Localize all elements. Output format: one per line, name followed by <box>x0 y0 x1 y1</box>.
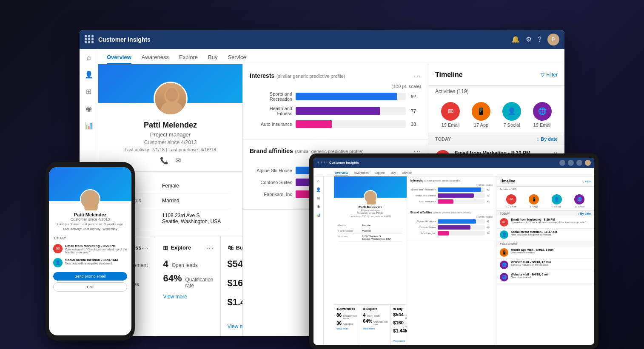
tablet-int-bar-1-track <box>438 187 485 192</box>
tablet-sidebar-circle[interactable]: ◉ <box>317 204 320 209</box>
explore-card: ⊞ Explore ⋯ 4 Open leads <box>156 236 220 336</box>
call-button[interactable]: Call <box>53 282 127 292</box>
tab-service[interactable]: Service <box>228 51 246 64</box>
tablet-settings-icon[interactable] <box>568 160 574 166</box>
profile-activity-info: Last activity: 7/1/18 | Last purchase: 4… <box>107 147 234 152</box>
tablet-sort-btn[interactable]: ↕ By date <box>578 212 591 215</box>
phone-screen: Patti Melendez Customer since 4/2013 Las… <box>49 167 131 335</box>
tablet-awareness-view-more[interactable]: View more <box>336 327 357 330</box>
tablet-timeline-event-4: 🌐 Website visit - 8/9/18, 17 min Spent 1… <box>496 259 594 271</box>
top-nav-icons: 🔔 ⚙ ? P <box>511 34 559 45</box>
tablet-detail-address: Address 1108 23rd Ave SSeattle, Washingt… <box>338 234 402 242</box>
sidebar-people-icon[interactable]: 👤 <box>84 70 94 79</box>
tablet-detail-family: Family status Married <box>338 228 402 234</box>
tablet-sidebar-people[interactable]: 👤 <box>316 187 321 192</box>
tablet-interests-title: Interests (similar generic predictive pr… <box>410 179 493 182</box>
tablet-explore-stat-1-label: Open leads <box>367 315 380 317</box>
tablet-sidebar-chart[interactable]: 📊 <box>316 213 321 217</box>
tablet-tevent-1-content: Email from Marketing - 8:20 PM Opened em… <box>511 218 586 224</box>
tablet-yesterday-label: YESTERDAY <box>496 241 594 247</box>
notification-icon[interactable]: 🔔 <box>511 35 520 43</box>
sort-button[interactable]: ↕ By date <box>537 136 558 142</box>
buy-view-more[interactable]: View more <box>228 323 243 329</box>
activity-icons-row: ✉ 19 Email 📱 17 App <box>428 97 564 133</box>
interests-bar-2-value: 77 <box>411 108 421 113</box>
profile-job-title: Project manager <box>107 131 234 138</box>
brand-bar-2-label: Contoso Suites <box>250 180 292 185</box>
sidebar-sources-icon[interactable]: 📊 <box>84 121 94 131</box>
tab-buy[interactable]: Buy <box>208 51 217 64</box>
explore-stat-1-label: Open leads <box>172 262 198 268</box>
tablet-tab-buy[interactable]: Buy <box>390 170 396 176</box>
tablet-tevent-1-icon: ✉ <box>502 220 506 224</box>
interests-bar-3-value: 33 <box>411 122 421 127</box>
interests-bar-2-label: Health andFitness <box>250 106 292 116</box>
tablet-notif-icon[interactable] <box>559 160 565 166</box>
tablet-brand-bar-3-val: 24 <box>487 232 493 235</box>
tablet-buy-stat-1-val: $544 <box>393 312 403 317</box>
tablet-email-icon-1: ✉ <box>510 197 513 201</box>
tablet-tab-overview[interactable]: Overview <box>335 170 348 176</box>
tablet-bottom-cards: ◈ Awareness 86 Engagement score 36 Activ… <box>334 304 407 345</box>
tablet-awareness-stat-1-label: Engagement score <box>343 315 357 320</box>
tablet-tab-service[interactable]: Service <box>402 170 411 176</box>
tablet-sidebar-home[interactable]: ⌂ <box>317 179 319 183</box>
tablet-act-circle-web: 🌐 <box>574 194 584 204</box>
tablet-int-bar-3-label: Auto Insurance <box>410 200 436 203</box>
sidebar-segments-icon[interactable]: ⊞ <box>84 87 94 96</box>
filter-button[interactable]: ▽ Filter <box>541 72 558 78</box>
tablet-frame: ⋮⋮⋮ Customer Insights Overview Awareness… <box>309 153 598 349</box>
explore-card-more[interactable]: ⋯ <box>206 243 214 253</box>
tablet-nav-right <box>559 160 591 166</box>
tablet-avatar[interactable] <box>585 160 591 166</box>
tablet-brand-bar-2-val: 69 <box>487 226 493 229</box>
explore-view-more[interactable]: View more <box>163 294 213 300</box>
phone-icon[interactable]: 📞 <box>160 156 168 165</box>
timeline-title: Timeline <box>435 71 463 79</box>
timeline-header: Timeline ▽ Filter <box>428 64 564 86</box>
tablet-web-icon: 🌐 <box>577 197 582 201</box>
brand-bar-3-label: Fabrikam, Inc <box>250 192 292 197</box>
tablet-explore-view-more[interactable]: View more <box>363 327 388 330</box>
app-grid-icon[interactable] <box>85 35 93 44</box>
email-icon[interactable]: ✉ <box>175 156 181 165</box>
tab-overview[interactable]: Overview <box>107 51 131 64</box>
tab-awareness[interactable]: Awareness <box>142 51 169 64</box>
activity-web: 🌐 19 Email <box>533 102 552 128</box>
tablet-top-nav: ⋮⋮⋮ Customer Insights <box>313 158 594 168</box>
help-icon[interactable]: ? <box>538 36 541 43</box>
user-avatar[interactable]: P <box>547 34 559 45</box>
phone-event-1: ✉ Email from Marketing - 8:20 PM Opened … <box>49 242 131 256</box>
tablet-awareness-stat-2-label: Activities <box>343 323 353 325</box>
top-nav: Customer Insights 🔔 ⚙ ? P <box>80 30 564 49</box>
phone-event-1-content: Email from Marketing - 8:20 PM Opened em… <box>65 244 127 254</box>
tablet-gender-label: Gender <box>338 224 359 227</box>
phone-social-dot: 👤 <box>53 258 63 267</box>
tab-explore[interactable]: Explore <box>179 51 198 64</box>
tablet-timeline-header: Timeline ▽ Filter <box>496 176 594 187</box>
tablet-help-icon[interactable] <box>576 160 582 166</box>
sidebar-insights-icon[interactable]: ◉ <box>84 104 94 113</box>
awareness-card-more[interactable]: ⋯ <box>141 243 149 253</box>
tablet-buy-view-more[interactable]: View more <box>393 340 407 342</box>
tablet-buy-title: 🛍 Buy <box>393 307 407 310</box>
tablet-filter-btn[interactable]: ▽ Filter <box>582 180 591 183</box>
send-promo-button[interactable]: Send promo email <box>53 272 127 281</box>
phone-event-2: 👤 Social media mention - 11:47 AM New po… <box>49 256 131 270</box>
settings-icon[interactable]: ⚙ <box>526 35 532 43</box>
tablet-explore-stat-1-val: 4 <box>363 312 365 318</box>
sidebar-home-icon[interactable]: ⌂ <box>84 53 94 62</box>
tablet-tab-explore[interactable]: Explore <box>375 170 385 176</box>
tablet-sidebar-grid[interactable]: ⊞ <box>317 196 320 200</box>
tablet-tab-awareness[interactable]: Awareness <box>354 170 369 176</box>
tablet-tdot-4: 🌐 <box>500 261 508 269</box>
tablet-web-event-1-detail: Spent 10 minutes on the website. <box>511 264 551 266</box>
tablet-family-label: Family status <box>338 230 359 232</box>
tablet-act-circle-app: 📱 <box>529 194 539 204</box>
interests-more[interactable]: ⋯ <box>413 71 421 80</box>
tablet-buy-stat-2-val: $160 <box>393 320 403 325</box>
tablet-tdot-5: 🌐 <box>500 273 508 281</box>
tablet-brand-bar-3-track <box>438 231 485 236</box>
tablet-social-event-title: Social media mention - 11:47 AM <box>511 230 557 233</box>
interests-title: Interests <box>250 72 274 79</box>
